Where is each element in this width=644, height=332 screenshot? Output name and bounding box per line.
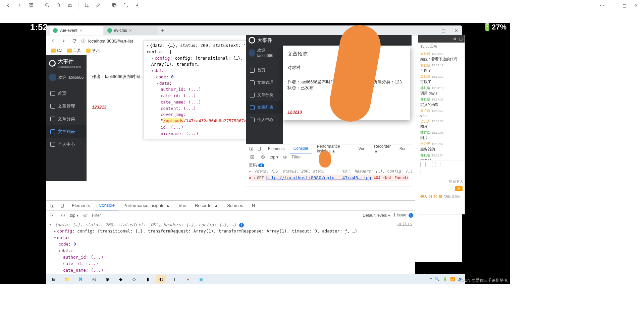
tab-vue[interactable]: Vue: [355, 144, 369, 153]
edit-icon[interactable]: [93, 1, 103, 10]
tab-vue[interactable]: Vue: [175, 201, 190, 210]
svg-point-19: [85, 215, 86, 216]
app-icon-active[interactable]: ◐: [156, 275, 166, 283]
vscode-icon[interactable]: ⌘: [75, 275, 86, 283]
start-icon[interactable]: ⊞: [48, 275, 59, 283]
chat-messages[interactable]: 袁默佛15:51:53姐姐：看看下边的代码袁默佛15:52:11可以了袁默佛15…: [418, 50, 465, 160]
window-min-icon[interactable]: —: [608, 1, 618, 10]
viewer-forward-icon[interactable]: [15, 1, 24, 10]
play-icon[interactable]: [48, 211, 56, 219]
screenshot-stage: 1:52 🔋27% vue-event × ev-cms × + — ▢ ✕: [0, 23, 510, 284]
device-icon[interactable]: [256, 145, 262, 153]
viewer-apps-icon[interactable]: [26, 1, 36, 10]
clear-icon[interactable]: [259, 153, 267, 161]
sidebar-item-article-list[interactable]: 文章列表: [46, 125, 87, 138]
console-log: ▾ {data: {…}, status: 200, statusText: '…: [46, 220, 415, 274]
terminal-icon[interactable]: ▮: [142, 275, 153, 283]
app-icon-2[interactable]: ◇: [129, 275, 140, 283]
tab-console[interactable]: Console: [95, 201, 118, 210]
win-min-icon[interactable]: —: [425, 26, 437, 35]
fit-icon[interactable]: [65, 1, 75, 10]
chrome-icon[interactable]: ◉: [102, 275, 113, 283]
nav-forward-icon[interactable]: [60, 37, 68, 45]
sidebar-item-article-mgmt[interactable]: 文章管理: [46, 100, 87, 113]
new-tab-icon[interactable]: +: [158, 27, 167, 34]
filter-input[interactable]: [92, 213, 159, 218]
vue-icon: [107, 28, 112, 33]
context-selector[interactable]: top ▾: [70, 213, 78, 218]
inspect-icon[interactable]: [248, 145, 254, 153]
nav-reload-icon[interactable]: [70, 37, 78, 45]
issues[interactable]: 1 Issue: 1: [393, 213, 413, 218]
win-max-icon[interactable]: ▢: [437, 26, 449, 35]
emoji-icon-2[interactable]: [428, 162, 433, 167]
tab-close-icon[interactable]: ×: [79, 28, 82, 33]
zoom-out-icon[interactable]: [54, 1, 63, 10]
bookmark-cz[interactable]: CZ: [51, 48, 62, 53]
tray[interactable]: ^🔍🔋📶🔊: [430, 277, 463, 281]
sidebar-item-home[interactable]: 首页: [46, 87, 87, 100]
win-close-icon[interactable]: ✕: [450, 26, 462, 35]
tab-label: ev-cms: [114, 28, 127, 33]
svg-rect-3: [31, 6, 33, 7]
tab-console[interactable]: Console: [290, 144, 312, 153]
tab-sources[interactable]: Sources: [224, 201, 247, 210]
sidebar-item-profile[interactable]: 个人中心: [46, 138, 87, 151]
tab-vue-event[interactable]: vue-event ×: [50, 26, 103, 35]
device-icon[interactable]: [58, 202, 66, 210]
filter-input[interactable]: [292, 155, 359, 159]
app-icon-4[interactable]: ▣: [196, 275, 207, 283]
copy-icon[interactable]: [110, 1, 119, 10]
nav-back-icon[interactable]: [49, 37, 57, 45]
expand-icon[interactable]: [121, 1, 130, 10]
svg-rect-6: [68, 4, 72, 7]
app-icon-1[interactable]: ◆: [115, 275, 126, 283]
clear-icon[interactable]: [59, 211, 67, 219]
sidebar-item-home[interactable]: 首页: [246, 64, 283, 76]
text-icon[interactable]: T: [169, 275, 180, 283]
logo-subtitle: BreakingNews.com: [58, 65, 81, 68]
app-icon-3[interactable]: ●: [182, 275, 193, 283]
tab-elements[interactable]: Elements: [265, 144, 288, 153]
tab-recorder[interactable]: Recorder ▲: [192, 201, 222, 210]
explorer-icon[interactable]: 📁: [62, 275, 72, 283]
bookmark-tools[interactable]: 工具: [67, 48, 81, 54]
eye-icon[interactable]: [281, 153, 289, 161]
play-icon[interactable]: [248, 153, 256, 161]
tab-ev-cms[interactable]: ev-cms ×: [104, 26, 158, 35]
recipient[interactable]: 对 所有人: [449, 179, 463, 184]
viewer-back-icon[interactable]: [3, 1, 13, 10]
eye-icon[interactable]: [81, 211, 89, 219]
devtools-main: Elements Console Performance insights ▲ …: [46, 200, 415, 284]
send-button[interactable]: 发: [455, 186, 463, 191]
tab-perf[interactable]: Performance insights ▲: [314, 142, 353, 155]
info-icon[interactable]: i: [239, 223, 244, 227]
sidebar-item-profile[interactable]: 个人中心: [246, 114, 283, 126]
tab-more[interactable]: N: [249, 201, 258, 210]
source-link[interactable]: artLis: [397, 221, 412, 226]
window-max-icon[interactable]: ▢: [620, 1, 629, 10]
window-close-icon[interactable]: ✕: [631, 1, 641, 10]
download-icon[interactable]: [132, 1, 142, 10]
inspect-icon[interactable]: [48, 202, 56, 210]
zoom-in-icon[interactable]: [43, 1, 52, 10]
emoji-icon[interactable]: [420, 162, 426, 167]
sidebar-item-article-cate[interactable]: 文章分类: [246, 89, 283, 101]
image-icon[interactable]: [435, 162, 440, 167]
context-selector[interactable]: top ▾: [270, 155, 278, 159]
log-levels[interactable]: Default levels ▾: [363, 213, 390, 218]
sidebar-item-article-mgmt[interactable]: 文章管理: [246, 76, 283, 89]
tab-perf[interactable]: Performance insights ▲: [120, 201, 173, 210]
tab-elements[interactable]: Elements: [68, 201, 93, 210]
sidebar-item-article-cate[interactable]: 文章分类: [46, 113, 87, 125]
tab-close-icon[interactable]: ×: [129, 28, 132, 33]
sidebar-item-article-list[interactable]: 文章列表: [246, 101, 283, 114]
bookmark-study[interactable]: 学习: [86, 48, 100, 54]
crop-icon[interactable]: [82, 1, 91, 10]
edge-icon[interactable]: ◎: [89, 275, 99, 283]
chat-pop-icon[interactable]: ▢: [459, 37, 463, 41]
tab-sources[interactable]: Sou: [396, 144, 410, 153]
more-icon[interactable]: ⋯: [597, 1, 606, 10]
tab-recorder[interactable]: Recorder ▲: [371, 142, 394, 155]
chat-settings-icon[interactable]: ⚙: [453, 37, 457, 41]
